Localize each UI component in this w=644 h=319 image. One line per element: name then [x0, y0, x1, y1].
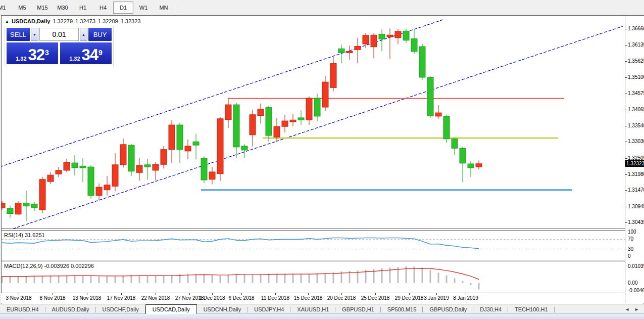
chart-tab-audusd-daily[interactable]: AUDUSD,Daily	[45, 305, 96, 314]
price-axis-label: 1.33540	[628, 123, 644, 128]
chart-tab-tech100-h1[interactable]: TECH100,H1	[508, 305, 554, 314]
macd-histogram-bar	[82, 276, 84, 283]
candle-body	[23, 203, 29, 206]
chart-title: ▲ USDCAD,Daily 1.32279 1.32473 1.32209 1…	[5, 18, 140, 25]
price-axis-label: 1.31980	[628, 171, 644, 177]
chart-tab-usdchf-daily[interactable]: USDCHF,Daily	[96, 305, 145, 314]
macd-histogram-bar	[74, 276, 76, 283]
macd-histogram-bar	[284, 274, 286, 283]
candle-body	[298, 118, 304, 120]
timeframe-button-m1[interactable]: M1	[0, 2, 12, 14]
volume-input[interactable]: 0.01	[39, 28, 79, 41]
buy-button[interactable]: BUY	[88, 28, 112, 41]
candle-body	[379, 34, 385, 39]
candle-body	[193, 142, 199, 145]
candle-body	[120, 145, 126, 165]
time-axis-label: 3 Jan 2019	[424, 295, 449, 301]
chart-tab-gbpusd-h1[interactable]: GBPUSD,H1	[335, 305, 381, 314]
macd-histogram-bar	[220, 276, 221, 283]
timeframe-button-m15[interactable]: M15	[32, 2, 53, 14]
macd-histogram-bar	[478, 283, 480, 289]
macd-histogram-bar	[171, 275, 173, 283]
high-value: 1.32473	[75, 18, 95, 25]
scroll-tabs-left-icon[interactable]: ◄	[625, 307, 629, 312]
candle-body	[233, 105, 239, 147]
macd-histogram-bar	[454, 278, 456, 283]
price-axis[interactable]: 1.366601.361351.356251.351001.345751.340…	[625, 16, 644, 303]
chart-tab-gbpusd-daily[interactable]: GBPUSD,Daily	[423, 305, 473, 314]
macd-axis-label: 0.010397	[628, 263, 644, 269]
candle-body	[258, 109, 264, 116]
time-axis-label: 22 Nov 2018	[141, 295, 170, 301]
chart-tab-eurusd-h4[interactable]: EURUSD,H4	[0, 305, 45, 314]
macd-histogram-bar	[252, 275, 254, 283]
candle-body	[136, 165, 142, 172]
panel-splitter[interactable]	[1, 261, 643, 261]
time-tick	[19, 293, 19, 295]
candle-body	[201, 158, 207, 180]
price-tick	[625, 29, 627, 29]
macd-histogram-bar	[155, 276, 157, 283]
timeframe-button-mn[interactable]: MN	[154, 2, 174, 14]
price-tick	[625, 77, 627, 78]
macd-histogram-bar	[115, 276, 116, 283]
time-tick	[409, 293, 410, 295]
buy-price-button[interactable]: 1.32 34 9	[60, 42, 112, 64]
chart-tab-usdcad-daily[interactable]: USDCAD,Daily	[145, 304, 197, 314]
macd-histogram-bar	[244, 274, 245, 283]
time-axis-label: 6 Dec 2018	[228, 295, 254, 301]
panel-splitter[interactable]	[1, 260, 643, 260]
time-tick	[275, 293, 276, 295]
candle-body	[169, 125, 175, 150]
macd-histogram-bar	[131, 275, 132, 283]
timeframe-button-h4[interactable]: H4	[93, 2, 113, 14]
time-axis-label: 29 Dec 2018	[395, 295, 424, 301]
macd-histogram-bar	[195, 274, 197, 283]
sell-price-button[interactable]: 1.32 32 3	[7, 42, 58, 64]
sell-button[interactable]: SELL	[7, 28, 30, 41]
macd-label: MACD(12,26,9) -0.003926 0.002296	[4, 263, 94, 269]
rsi-indicator-canvas[interactable]	[2, 231, 625, 260]
chart-tab-usdjpy-h4[interactable]: USDJPY,H4	[247, 305, 290, 314]
macd-axis-label: 0.00	[628, 280, 637, 286]
timeframe-button-w1[interactable]: W1	[133, 2, 154, 14]
time-tick	[241, 293, 242, 295]
candle-body	[411, 39, 417, 52]
macd-histogram-bar	[10, 277, 11, 283]
candle-body	[7, 209, 13, 214]
chart-tab-dj30-h4[interactable]: DJ30,H4	[473, 305, 508, 314]
macd-histogram-bar	[446, 276, 448, 283]
candle-body	[346, 51, 353, 53]
macd-histogram-bar	[90, 276, 92, 283]
macd-indicator-canvas[interactable]	[2, 261, 625, 293]
price-tick	[625, 110, 627, 110]
macd-histogram-bar	[260, 274, 262, 283]
price-axis-label: 1.30945	[628, 204, 644, 209]
candle-body	[282, 121, 288, 126]
candle-body	[56, 170, 62, 174]
collapse-arrow-icon[interactable]: ▲	[5, 18, 9, 25]
chart-tab-xauusd-h1[interactable]: XAUUSD,H1	[290, 305, 335, 314]
scroll-tabs-right-icon[interactable]: ►	[634, 307, 639, 312]
timeframe-button-d1[interactable]: D1	[113, 2, 133, 14]
volume-decrease-button[interactable]: ▼	[31, 28, 38, 41]
candle-body	[153, 164, 159, 170]
macd-histogram-bar	[228, 275, 229, 283]
panel-splitter[interactable]	[1, 230, 643, 231]
time-tick	[87, 293, 87, 295]
time-tick	[375, 293, 376, 295]
timeframe-button-m5[interactable]: M5	[12, 2, 32, 14]
chart-tab-usdcnh-daily[interactable]: USDCNH,Daily	[197, 305, 248, 314]
macd-histogram-bar	[470, 283, 472, 285]
chart-tab-sp500-m15[interactable]: SP500,M15	[381, 305, 423, 314]
macd-histogram-bar	[163, 276, 165, 283]
candle-body	[435, 113, 441, 116]
volume-increase-button[interactable]: ▲	[80, 28, 87, 41]
timeframe-button-m30[interactable]: M30	[53, 2, 73, 14]
time-axis[interactable]: 3 Nov 20188 Nov 201813 Nov 201817 Nov 20…	[1, 293, 625, 303]
timeframe-button-h1[interactable]: H1	[73, 2, 93, 14]
panel-splitter[interactable]	[1, 229, 643, 229]
buy-price-pips: 34	[82, 48, 98, 63]
toolbar-separator	[177, 2, 177, 13]
candle-body	[363, 35, 369, 44]
